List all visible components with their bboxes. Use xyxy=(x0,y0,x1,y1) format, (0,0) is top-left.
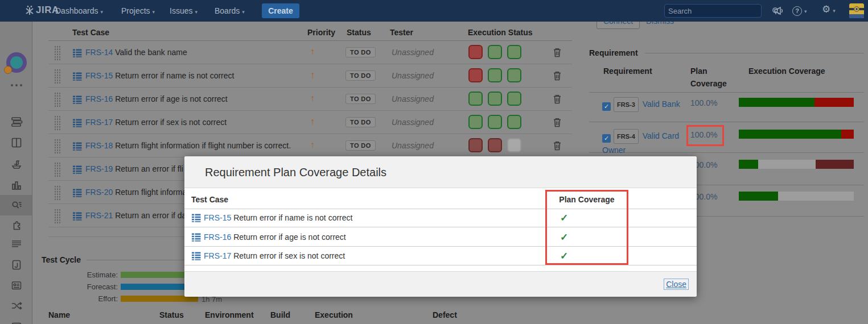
drag-handle-icon[interactable] xyxy=(54,45,61,60)
requirement-link[interactable]: Valid Bank xyxy=(643,99,680,109)
backlog-icon[interactable] xyxy=(0,115,32,128)
pages-icon[interactable] xyxy=(0,259,32,271)
more-dots-icon[interactable] xyxy=(0,84,32,86)
reports-chart-icon[interactable] xyxy=(0,179,32,192)
col-header-priority: Priority xyxy=(307,28,335,37)
tester-value: Unassigned xyxy=(392,71,434,80)
search-input[interactable] xyxy=(665,7,772,15)
shuffle-icon[interactable] xyxy=(0,300,32,312)
execution-status-square-pass[interactable] xyxy=(507,92,521,106)
section-divider xyxy=(87,260,186,260)
images-icon[interactable] xyxy=(0,321,32,324)
execution-status-square-pass[interactable] xyxy=(507,45,521,59)
test-case-summary: Return error if age is not correct xyxy=(233,232,346,242)
megaphone-icon[interactable] xyxy=(773,5,784,15)
execution-status-square-pass[interactable] xyxy=(488,115,502,129)
test-case-key[interactable]: FRS-17 xyxy=(85,118,113,127)
test-case-icon xyxy=(72,71,83,81)
execution-status-square-pass[interactable] xyxy=(488,92,502,106)
test-case-key[interactable]: FRS-21 xyxy=(85,211,113,220)
execution-status-square-pass[interactable] xyxy=(507,115,521,129)
test-case-key[interactable]: FRS-19 xyxy=(85,164,113,173)
addons-puzzle-icon[interactable] xyxy=(0,219,32,231)
jira-logo[interactable]: JIRA xyxy=(25,5,59,16)
req-col-plan: Plan xyxy=(690,67,707,76)
test-case-icon xyxy=(72,211,83,221)
board-icon[interactable] xyxy=(0,136,32,149)
drag-handle-icon[interactable] xyxy=(54,69,61,84)
execution-coverage-bar xyxy=(739,160,854,169)
profile-card-icon[interactable] xyxy=(0,279,32,292)
test-case-key[interactable]: FRS-17 xyxy=(204,251,231,260)
annotation-box-100-percent xyxy=(686,125,724,146)
search-issues-icon[interactable] xyxy=(0,199,32,211)
test-case-key[interactable]: FRS-14 xyxy=(85,48,113,57)
trash-icon[interactable] xyxy=(553,70,562,81)
menu-issues[interactable]: Issues▾ xyxy=(170,6,198,15)
test-case-key[interactable]: FRS-16 xyxy=(85,94,113,103)
test-case-key[interactable]: FRS-18 xyxy=(85,141,113,150)
settings-menu[interactable]: ⚙▾ xyxy=(822,5,836,15)
coverage-segment-gray xyxy=(778,192,854,201)
col-header-status2: Status xyxy=(159,310,184,319)
drag-handle-icon[interactable] xyxy=(54,115,61,130)
coverage-segment-green xyxy=(739,192,778,201)
trash-icon[interactable] xyxy=(553,140,562,151)
close-button[interactable]: Close xyxy=(664,279,689,290)
execution-status-square-pass[interactable] xyxy=(507,68,521,82)
drag-handle-icon[interactable] xyxy=(54,209,61,223)
checkbox-checked-icon[interactable]: ✓ xyxy=(602,102,611,111)
req-col-coverage: Coverage xyxy=(690,79,727,88)
drag-handle-icon[interactable] xyxy=(54,185,61,200)
test-case-summary: Return an error if fli xyxy=(115,164,183,173)
checkbox-checked-icon[interactable]: ✓ xyxy=(602,134,611,143)
menu-dashboards[interactable]: Dashboards▾ xyxy=(55,6,103,15)
test-case-icon xyxy=(191,251,201,261)
status-badge: TO DO xyxy=(345,140,376,151)
user-avatar[interactable] xyxy=(849,3,864,18)
test-case-key[interactable]: FRS-15 xyxy=(204,213,231,222)
releases-ship-icon[interactable] xyxy=(0,158,32,171)
test-case-icon xyxy=(191,232,201,242)
dialog-title: Requirement Plan Coverage Details xyxy=(205,166,386,179)
execution-status-square-pass[interactable] xyxy=(468,115,483,129)
requirement-row: ✓FRS-3Valid Bank 100.0% xyxy=(589,95,864,122)
coverage-segment-green xyxy=(739,160,758,169)
drag-handle-icon[interactable] xyxy=(54,139,61,153)
menu-boards[interactable]: Boards▾ xyxy=(215,6,245,15)
forecast-label: Forecast: xyxy=(63,283,118,291)
coverage-segment-green xyxy=(739,130,841,139)
execution-status-square-unexecuted[interactable] xyxy=(507,138,521,152)
execution-status-square-pass[interactable] xyxy=(488,45,502,59)
trash-icon[interactable] xyxy=(553,94,562,104)
drag-handle-icon[interactable] xyxy=(54,162,61,177)
priority-high-icon: ↑ xyxy=(310,70,315,80)
test-case-icon xyxy=(72,164,83,175)
menu-projects[interactable]: Projects▾ xyxy=(121,6,155,15)
col-header-status: Status xyxy=(347,28,371,37)
execution-status-square-fail_dark[interactable] xyxy=(488,138,502,152)
priority-high-icon: ↑ xyxy=(310,47,315,57)
execution-status-square-fail[interactable] xyxy=(468,68,483,82)
execution-status-square-fail[interactable] xyxy=(468,45,483,59)
coverage-segment-green xyxy=(739,98,814,107)
plan-coverage-value[interactable]: 100.0% xyxy=(690,98,717,107)
test-case-key[interactable]: FRS-16 xyxy=(204,232,231,242)
execution-status-square-pass[interactable] xyxy=(488,68,502,82)
chevron-down-icon: ▾ xyxy=(833,8,836,14)
execution-coverage-bar xyxy=(739,130,854,139)
avatar-detail xyxy=(849,14,864,18)
drag-handle-icon[interactable] xyxy=(54,92,61,107)
sidebar-project-avatar[interactable] xyxy=(0,52,32,73)
trash-icon[interactable] xyxy=(553,117,562,127)
test-case-key[interactable]: FRS-15 xyxy=(85,71,113,80)
execution-status-square-pass[interactable] xyxy=(468,92,483,106)
test-case-key[interactable]: FRS-20 xyxy=(85,188,113,197)
trash-icon[interactable] xyxy=(553,47,562,57)
summary-lines-icon[interactable] xyxy=(0,238,32,250)
coverage-segment-red xyxy=(841,130,854,139)
help-menu[interactable]: ?▾ xyxy=(792,5,807,16)
create-button[interactable]: Create xyxy=(262,3,299,18)
execution-status-square-fail_dark[interactable] xyxy=(468,138,483,152)
chevron-down-icon: ▾ xyxy=(242,9,245,15)
